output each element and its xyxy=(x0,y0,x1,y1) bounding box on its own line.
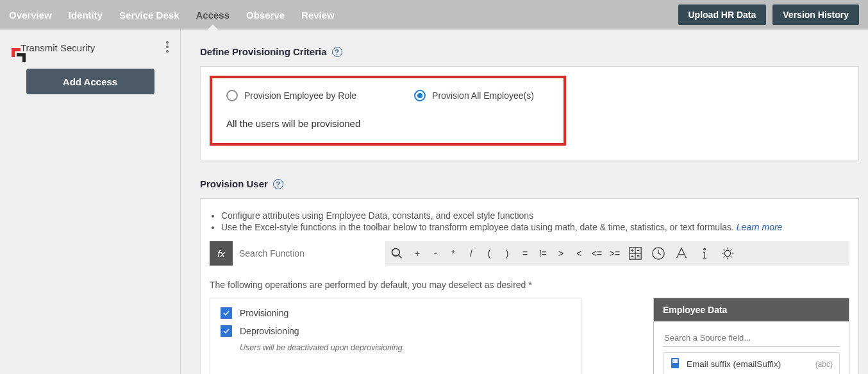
svg-line-4 xyxy=(399,255,402,259)
tab-service-desk[interactable]: Service Desk xyxy=(119,0,179,30)
tab-review[interactable]: Review xyxy=(301,0,335,30)
radio-unselected-icon xyxy=(226,90,238,101)
nav-tabs: Overview Identity Service Desk Access Ob… xyxy=(9,0,335,30)
search-function-input[interactable] xyxy=(233,241,385,266)
checkbox-checked-icon xyxy=(221,307,232,319)
op-equals[interactable]: = xyxy=(516,241,534,266)
clock-icon[interactable] xyxy=(647,241,670,266)
operations-box: Provisioning Deprovisioning Users will b… xyxy=(210,298,581,374)
field-icon xyxy=(670,357,680,371)
svg-point-20 xyxy=(704,248,706,250)
tab-overview[interactable]: Overview xyxy=(9,0,52,30)
employee-data-item-type: (abc) xyxy=(815,360,833,369)
svg-point-1 xyxy=(166,46,169,48)
deprovisioning-subnote: Users will be deactivated upon deprovisi… xyxy=(240,343,571,352)
employee-data-item[interactable]: Email suffix (emailSuffix) (abc) xyxy=(663,352,840,374)
svg-point-0 xyxy=(166,41,169,44)
math-icon[interactable] xyxy=(624,241,647,266)
radio-label-by-role: Provision Employee by Role xyxy=(244,90,356,101)
employee-data-header: Employee Data xyxy=(654,298,849,321)
op-lparen[interactable]: ( xyxy=(480,241,498,266)
check-label-provisioning: Provisioning xyxy=(240,308,288,318)
provision-bullet-1: Configure attributes using Employee Data… xyxy=(221,210,849,221)
radio-selected-icon xyxy=(414,90,426,101)
help-icon[interactable]: ? xyxy=(332,47,342,57)
sidebar-brand-row: Transmit Security xyxy=(0,30,180,66)
op-noteq[interactable]: != xyxy=(534,241,552,266)
fx-icon: fx xyxy=(210,241,233,266)
version-history-button[interactable]: Version History xyxy=(772,4,859,25)
criteria-note: All the users will be provisioned xyxy=(226,118,549,129)
settings-icon[interactable] xyxy=(716,241,739,266)
provision-user-title: Provision User ? xyxy=(200,178,859,189)
criteria-panel: Provision Employee by Role Provision All… xyxy=(200,66,859,160)
op-rparen[interactable]: ) xyxy=(498,241,516,266)
svg-point-3 xyxy=(392,249,400,257)
main-content: Define Provisioning Criteria ? Provision… xyxy=(181,30,868,374)
provision-title-text: Provision User xyxy=(200,178,268,189)
operations-note: The following operations are performed b… xyxy=(210,280,849,290)
help-icon[interactable]: ? xyxy=(273,179,283,189)
sidebar: Transmit Security Add Access xyxy=(0,30,181,374)
tab-identity[interactable]: Identity xyxy=(69,0,103,30)
tab-observe[interactable]: Observe xyxy=(246,0,285,30)
op-minus[interactable]: - xyxy=(426,241,444,266)
top-navigation: Overview Identity Service Desk Access Ob… xyxy=(0,0,868,30)
op-gt[interactable]: > xyxy=(552,241,570,266)
check-provisioning[interactable]: Provisioning xyxy=(221,307,571,319)
add-access-button[interactable]: Add Access xyxy=(26,69,154,94)
info-icon[interactable] xyxy=(693,241,716,266)
employee-data-search-input[interactable] xyxy=(663,329,840,347)
svg-point-2 xyxy=(166,50,169,53)
tab-access[interactable]: Access xyxy=(196,0,230,30)
employee-data-panel: Employee Data Email suffix (emailSuffix)… xyxy=(653,298,849,374)
check-deprovisioning[interactable]: Deprovisioning xyxy=(221,325,571,337)
op-plus[interactable]: + xyxy=(408,241,426,266)
op-divide[interactable]: / xyxy=(462,241,480,266)
search-icon[interactable] xyxy=(385,241,408,266)
op-multiply[interactable]: * xyxy=(444,241,462,266)
sidebar-brand-name: Transmit Security xyxy=(21,42,95,53)
svg-line-18 xyxy=(658,253,661,255)
checkbox-checked-icon xyxy=(221,325,232,337)
op-lte[interactable]: <= xyxy=(588,241,606,266)
criteria-highlight-box: Provision Employee by Role Provision All… xyxy=(210,76,566,146)
employee-data-item-label: Email suffix (emailSuffix) xyxy=(687,359,781,369)
provision-bullet-2: Use the Excel-style functions in the too… xyxy=(221,222,849,232)
op-gte[interactable]: >= xyxy=(606,241,624,266)
radio-label-all: Provision All Employee(s) xyxy=(432,90,534,101)
upload-hr-data-button[interactable]: Upload HR Data xyxy=(678,4,767,25)
svg-point-24 xyxy=(724,250,730,256)
criteria-section-title: Define Provisioning Criteria ? xyxy=(200,46,859,57)
radio-provision-by-role[interactable]: Provision Employee by Role xyxy=(226,90,356,101)
formula-toolbar: fx + - * / ( ) = != > < <= >= xyxy=(210,241,849,266)
check-label-deprovisioning: Deprovisioning xyxy=(240,326,299,336)
provision-user-panel: Configure attributes using Employee Data… xyxy=(200,198,859,374)
radio-provision-all[interactable]: Provision All Employee(s) xyxy=(414,90,534,101)
more-options-icon[interactable] xyxy=(166,41,169,55)
op-lt[interactable]: < xyxy=(570,241,588,266)
text-icon[interactable] xyxy=(670,241,693,266)
criteria-title-text: Define Provisioning Criteria xyxy=(200,46,327,57)
learn-more-link[interactable]: Learn more xyxy=(737,222,783,232)
svg-rect-26 xyxy=(672,359,678,363)
